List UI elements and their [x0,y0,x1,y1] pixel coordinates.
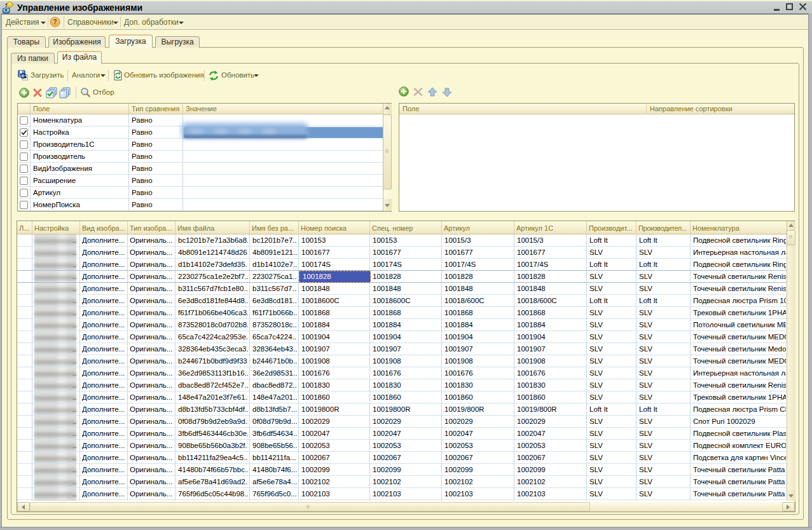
svg-text:?: ? [53,18,57,25]
